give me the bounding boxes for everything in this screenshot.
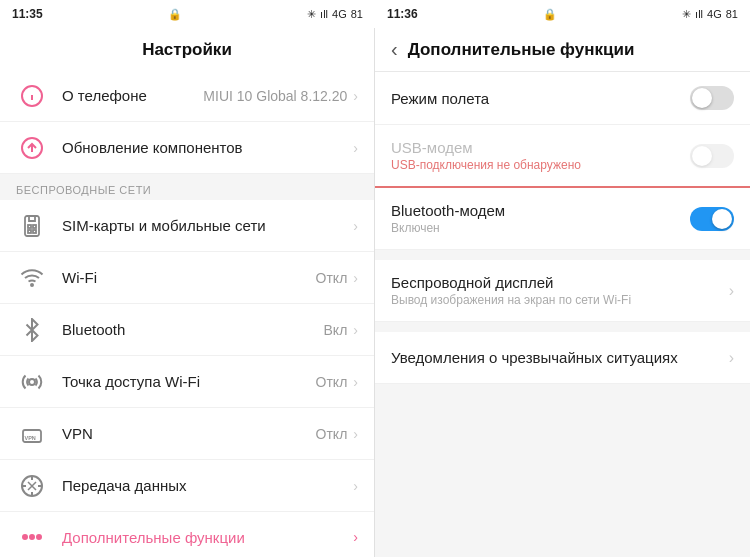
- extra-icon: [16, 521, 48, 553]
- usb-text: USB-модем USB-подключения не обнаружено: [391, 139, 690, 172]
- right-item-airplane[interactable]: Режим полета: [375, 72, 750, 125]
- bluetooth-content: Bluetooth Вкл ›: [62, 321, 358, 338]
- airplane-text: Режим полета: [391, 90, 690, 107]
- bt-tether-toggle[interactable]: [690, 207, 734, 231]
- about-value: MIUI 10 Global 8.12.20: [203, 88, 347, 104]
- settings-item-sim[interactable]: SIM-карты и мобильные сети ›: [0, 200, 374, 252]
- wifi-chevron: ›: [353, 270, 358, 286]
- spacer-2: [375, 322, 750, 332]
- svg-point-15: [30, 535, 34, 539]
- emergency-text: Уведомления о чрезвычайных ситуациях: [391, 349, 729, 366]
- usb-toggle[interactable]: [690, 144, 734, 168]
- wireless-display-chevron: ›: [729, 282, 734, 300]
- settings-item-wifi[interactable]: Wi-Fi Откл ›: [0, 252, 374, 304]
- wireless-display-text: Беспроводной дисплей Вывод изображения н…: [391, 274, 729, 307]
- right-item-emergency[interactable]: Уведомления о чрезвычайных ситуациях ›: [375, 332, 750, 384]
- svg-rect-8: [28, 230, 31, 233]
- left-panel: 11:35 🔒 ✳ ıll 4G 81 Настройки О телефоне…: [0, 0, 375, 557]
- right-panel: 11:36 🔒 ✳ ıll 4G 81 ‹ Дополнительные фун…: [375, 0, 750, 557]
- bt-tether-subtitle: Включен: [391, 221, 690, 235]
- sim-icon: [16, 210, 48, 242]
- svg-rect-9: [33, 230, 36, 233]
- back-button[interactable]: ‹: [391, 38, 398, 61]
- wifi-icon: [16, 262, 48, 294]
- sim-content: SIM-карты и мобильные сети ›: [62, 217, 358, 234]
- wifi-value: Откл: [316, 270, 348, 286]
- signal-icon-left: ıll: [320, 8, 328, 20]
- bluetooth-right: Вкл ›: [324, 322, 358, 338]
- bt-tether-text: Bluetooth-модем Включен: [391, 202, 690, 235]
- spacer-1: [375, 250, 750, 260]
- svg-point-14: [23, 535, 27, 539]
- settings-item-data[interactable]: Передача данных ›: [0, 460, 374, 512]
- update-chevron: ›: [353, 140, 358, 156]
- hotspot-icon: [16, 366, 48, 398]
- vpn-label: VPN: [62, 425, 93, 442]
- emergency-title: Уведомления о чрезвычайных ситуациях: [391, 349, 729, 366]
- settings-item-extra[interactable]: Дополнительные функции ›: [0, 512, 374, 557]
- settings-item-hotspot[interactable]: Точка доступа Wi-Fi Откл ›: [0, 356, 374, 408]
- battery-right: 81: [726, 8, 738, 20]
- sim-label: SIM-карты и мобильные сети: [62, 217, 266, 234]
- sim-chevron: ›: [353, 218, 358, 234]
- network-section-header: БЕСПРОВОДНЫЕ СЕТИ: [0, 174, 374, 200]
- settings-item-bluetooth[interactable]: Bluetooth Вкл ›: [0, 304, 374, 356]
- usb-toggle-thumb: [692, 146, 712, 166]
- network-type-left: 4G: [332, 8, 347, 20]
- hotspot-content: Точка доступа Wi-Fi Откл ›: [62, 373, 358, 390]
- update-right: ›: [353, 140, 358, 156]
- extra-content: Дополнительные функции ›: [62, 529, 358, 546]
- bluetooth-label: Bluetooth: [62, 321, 125, 338]
- left-panel-title: Настройки: [0, 28, 374, 70]
- bluetooth-status-icon: ✳: [307, 8, 316, 21]
- settings-item-update[interactable]: Обновление компонентов ›: [0, 122, 374, 174]
- hotspot-right: Откл ›: [316, 374, 358, 390]
- right-item-wireless-display[interactable]: Беспроводной дисплей Вывод изображения н…: [375, 260, 750, 322]
- airplane-toggle-thumb: [692, 88, 712, 108]
- about-chevron: ›: [353, 88, 358, 104]
- vpn-icon: VPN: [16, 418, 48, 450]
- info-icon: [16, 80, 48, 112]
- update-content: Обновление компонентов ›: [62, 139, 358, 156]
- time-right: 11:36: [387, 7, 418, 21]
- about-label: О телефоне: [62, 87, 147, 104]
- vpn-right: Откл ›: [316, 426, 358, 442]
- vpn-content: VPN Откл ›: [62, 425, 358, 442]
- airplane-toggle[interactable]: [690, 86, 734, 110]
- svg-rect-7: [33, 225, 36, 228]
- sim-right: ›: [353, 218, 358, 234]
- bluetooth-status-right-icon: ✳: [682, 8, 691, 21]
- bt-tether-toggle-thumb: [712, 209, 732, 229]
- right-header: ‹ Дополнительные функции: [375, 28, 750, 72]
- wifi-right: Откл ›: [316, 270, 358, 286]
- about-content: О телефоне MIUI 10 Global 8.12.20 ›: [62, 87, 358, 104]
- lock-icon-right: 🔒: [543, 8, 557, 21]
- usb-subtitle: USB-подключения не обнаружено: [391, 158, 690, 172]
- battery-left: 81: [351, 8, 363, 20]
- data-label: Передача данных: [62, 477, 187, 494]
- data-content: Передача данных ›: [62, 477, 358, 494]
- svg-point-16: [37, 535, 41, 539]
- right-item-usb[interactable]: USB-модем USB-подключения не обнаружено: [375, 125, 750, 188]
- svg-rect-6: [28, 225, 31, 228]
- update-label: Обновление компонентов: [62, 139, 243, 156]
- extra-chevron: ›: [353, 529, 358, 545]
- settings-item-about[interactable]: О телефоне MIUI 10 Global 8.12.20 ›: [0, 70, 374, 122]
- wireless-display-title: Беспроводной дисплей: [391, 274, 729, 291]
- bluetooth-chevron: ›: [353, 322, 358, 338]
- usb-title: USB-модем: [391, 139, 690, 156]
- bluetooth-icon: [16, 314, 48, 346]
- time-left: 11:35: [12, 7, 43, 21]
- status-icons-left: ✳ ıll 4G 81: [307, 8, 363, 21]
- bluetooth-value: Вкл: [324, 322, 348, 338]
- lock-icon-left: 🔒: [168, 8, 182, 21]
- status-icons-right: ✳ ıll 4G 81: [682, 8, 738, 21]
- settings-item-vpn[interactable]: VPN VPN Откл ›: [0, 408, 374, 460]
- right-items-list: Режим полета USB-модем USB-подключения н…: [375, 72, 750, 384]
- data-icon: [16, 470, 48, 502]
- svg-point-10: [31, 284, 33, 286]
- bt-tether-title: Bluetooth-модем: [391, 202, 690, 219]
- data-right: ›: [353, 478, 358, 494]
- airplane-title: Режим полета: [391, 90, 690, 107]
- right-item-bt-tether[interactable]: Bluetooth-модем Включен: [375, 188, 750, 250]
